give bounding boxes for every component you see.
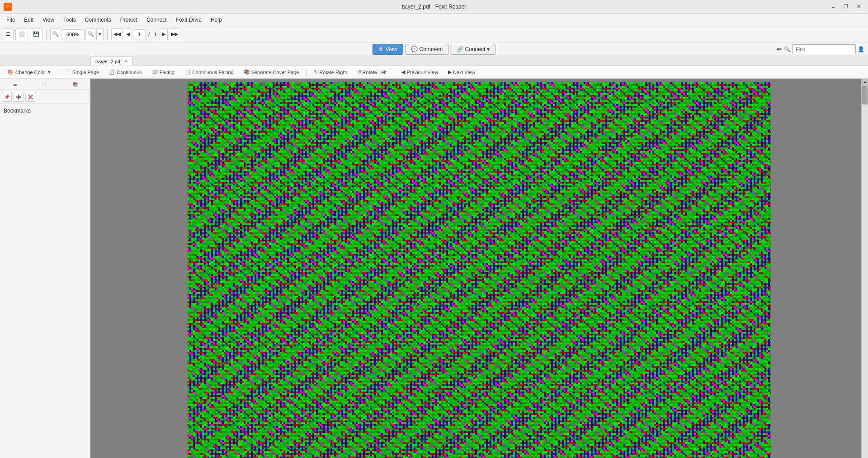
restore-button[interactable]: ❐ bbox=[840, 2, 852, 11]
change-color-label: Change Color bbox=[15, 70, 46, 75]
menu-foxitdrive[interactable]: Foxit Drive bbox=[171, 15, 206, 25]
prev-page-button[interactable]: ◀ bbox=[124, 28, 132, 40]
window-title: bayer_2.pdf - Foxit Reader bbox=[402, 4, 467, 10]
pdf-tab[interactable]: bayer_2.pdf ✕ bbox=[90, 57, 133, 66]
single-page-icon: 📄 bbox=[65, 69, 71, 75]
separator-vm-2 bbox=[306, 68, 307, 76]
comment-icon: 💬 bbox=[411, 46, 418, 52]
facing-button[interactable]: 📰 Facing bbox=[147, 67, 179, 78]
continuous-facing-button[interactable]: 📑 Continuous Facing bbox=[180, 67, 238, 78]
rotate-right-label: Rotate Right bbox=[319, 70, 347, 75]
zoom-input[interactable]: 600% bbox=[61, 29, 85, 39]
menu-bar: File Edit View Tools Comments Protect Co… bbox=[0, 14, 868, 26]
previous-view-label: Previous View bbox=[406, 70, 438, 75]
separate-cover-icon: 📚 bbox=[244, 69, 250, 75]
new-button[interactable]: ☰ bbox=[3, 28, 14, 40]
vertical-scrollbar: ▲ ▼ bbox=[861, 79, 868, 458]
panel-tab-pages[interactable]: 📄 bbox=[30, 79, 60, 90]
separator-vm-3 bbox=[394, 68, 394, 76]
pdf-area[interactable]: ▲ ▼ ◀ ▶ bbox=[90, 79, 868, 458]
color-palette-icon: 🎨 bbox=[7, 69, 14, 75]
continuous-facing-icon: 📑 bbox=[184, 69, 191, 75]
menu-tools[interactable]: Tools bbox=[59, 15, 80, 25]
menu-connect[interactable]: Connect bbox=[142, 15, 171, 25]
rotate-right-button[interactable]: ↻ Rotate Right bbox=[309, 67, 351, 78]
next-page-button[interactable]: ▶ bbox=[160, 28, 168, 40]
change-color-button[interactable]: 🎨 Change Color ▾ bbox=[4, 67, 54, 78]
previous-view-button[interactable]: ◀ Previous View bbox=[397, 67, 443, 78]
connect-button[interactable]: 🔗 Connect ▾ bbox=[451, 44, 496, 55]
view-icon: 👁 bbox=[378, 46, 384, 52]
view-label: View bbox=[386, 46, 397, 52]
next-view-label: Next View bbox=[453, 70, 475, 75]
separator-vm-1 bbox=[57, 68, 57, 76]
panel-tool-3[interactable]: ❌ bbox=[25, 92, 35, 102]
zoom-out-button[interactable]: 🔍 bbox=[50, 28, 60, 40]
menu-help[interactable]: Help bbox=[206, 15, 226, 25]
view-button[interactable]: 👁 View bbox=[373, 44, 403, 55]
continuous-facing-label: Continuous Facing bbox=[192, 70, 234, 75]
menu-edit[interactable]: Edit bbox=[19, 15, 38, 25]
continuous-button[interactable]: 📋 Continuous bbox=[104, 67, 146, 78]
main-content: ☰ 📄 📚 📌 ➕ ❌ Bookmarks ▲ ▼ ◀ bbox=[0, 79, 868, 458]
panel-tool-2[interactable]: ➕ bbox=[14, 92, 24, 102]
continuous-label: Continuous bbox=[117, 70, 142, 75]
menu-comments[interactable]: Comments bbox=[80, 15, 116, 25]
menu-protect[interactable]: Protect bbox=[116, 15, 142, 25]
minimize-button[interactable]: – bbox=[827, 2, 839, 11]
save-icon: 💾 bbox=[33, 31, 39, 37]
separate-cover-label: Separate Cover Page bbox=[251, 70, 299, 75]
page-navigation: ◀◀ ◀ / 1 ▶ ▶▶ bbox=[111, 28, 180, 40]
first-page-button[interactable]: ◀◀ bbox=[111, 28, 123, 40]
find-input[interactable] bbox=[793, 44, 856, 54]
connect-dropdown-icon: ▾ bbox=[487, 46, 490, 52]
facing-label: Facing bbox=[160, 70, 175, 75]
last-page-button[interactable]: ▶▶ bbox=[169, 28, 180, 40]
continuous-icon: 📋 bbox=[109, 69, 115, 75]
change-color-dropdown-icon: ▾ bbox=[48, 69, 51, 75]
single-page-button[interactable]: 📄 Single Page bbox=[60, 67, 104, 78]
zoom-in-button[interactable]: 🔍 bbox=[85, 28, 95, 40]
toolbar: ☰ ⬜ 💾 🔍 600% 🔍 ▾ ◀◀ ◀ / 1 ▶ ▶▶ bbox=[0, 26, 868, 42]
pdf-canvas bbox=[188, 82, 771, 458]
panel-tab-bookmarks[interactable]: ☰ bbox=[0, 79, 30, 90]
panel-tab-layers[interactable]: 📚 bbox=[60, 79, 90, 90]
facing-icon: 📰 bbox=[152, 69, 158, 75]
separator-2 bbox=[107, 29, 108, 39]
edit-icon[interactable]: ✏ bbox=[777, 46, 782, 53]
zoom-in-icon: 🔍 bbox=[88, 31, 94, 37]
panel-tool-1[interactable]: 📌 bbox=[2, 92, 12, 102]
scroll-up-button[interactable]: ▲ bbox=[862, 79, 868, 85]
scroll-thumb-vertical[interactable] bbox=[862, 86, 868, 104]
title-bar: F bayer_2.pdf - Foxit Reader – ❐ ✕ bbox=[0, 0, 868, 14]
separate-cover-button[interactable]: 📚 Separate Cover Page bbox=[239, 67, 304, 78]
zoom-menu-button[interactable]: ▾ bbox=[96, 28, 104, 40]
panel-content: Bookmarks bbox=[0, 104, 90, 458]
panel-toolbar: 📌 ➕ ❌ bbox=[0, 90, 90, 104]
menu-view[interactable]: View bbox=[38, 15, 59, 25]
find-bar: ✏ 🔍 👤 bbox=[777, 44, 868, 54]
close-button[interactable]: ✕ bbox=[853, 2, 864, 11]
scroll-track-vertical[interactable] bbox=[862, 85, 868, 458]
rotate-left-icon: ↺ bbox=[357, 69, 361, 75]
page-total: 1 bbox=[152, 32, 159, 37]
next-view-button[interactable]: ▶ Next View bbox=[443, 67, 480, 78]
save-button[interactable]: 💾 bbox=[30, 28, 42, 40]
new-icon: ☰ bbox=[6, 31, 10, 37]
profile-icon[interactable]: 👤 bbox=[858, 46, 864, 52]
page-number-input[interactable] bbox=[133, 29, 146, 39]
tab-close-button[interactable]: ✕ bbox=[124, 59, 128, 64]
rotate-left-button[interactable]: ↺ Rotate Left bbox=[353, 67, 392, 78]
tab-filename: bayer_2.pdf bbox=[95, 59, 122, 64]
search-icon: 🔍 bbox=[784, 46, 791, 52]
next-view-icon: ▶ bbox=[448, 69, 452, 75]
tab-bar: bayer_2.pdf ✕ bbox=[0, 56, 868, 66]
rotate-left-label: Rotate Left bbox=[363, 70, 387, 75]
comment-label: Comment bbox=[420, 46, 443, 52]
print-button[interactable]: ⬜ bbox=[15, 28, 28, 40]
view-center-controls: 👁 View 💬 Comment 🔗 Connect ▾ bbox=[373, 44, 496, 55]
comment-button[interactable]: 💬 Comment bbox=[405, 44, 449, 55]
separator-1 bbox=[46, 29, 47, 39]
menu-file[interactable]: File bbox=[2, 15, 19, 25]
connect-icon: 🔗 bbox=[457, 46, 463, 52]
